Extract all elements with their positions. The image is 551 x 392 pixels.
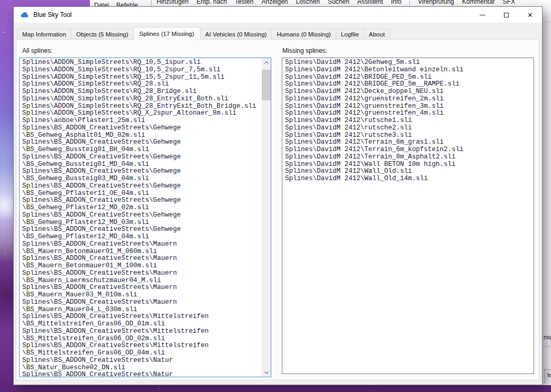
missing-spline-path-line[interactable]: Splines\DavidM 2412\Decke_doppel_NEU.sli: [285, 88, 531, 96]
tab[interactable]: Objects (5 Missing): [71, 29, 133, 40]
background-toolbar-button[interactable]: Anzeigen: [261, 0, 288, 5]
spline-path-line[interactable]: Splines\BS_ADDON_CreativeStreets\Mauern: [22, 241, 261, 248]
spline-path-line[interactable]: Splines\BS_ADDON_CreativeStreets\Mauern: [22, 270, 261, 277]
spline-path-line[interactable]: \BS_Mittelstreifen_Gras06_OD_01m.sli: [22, 321, 261, 328]
window-title: Blue Sky Tool: [33, 11, 72, 18]
spline-path-line[interactable]: Splines\ADDON_SimpleStreets\RQ_28_Bridge…: [22, 88, 261, 96]
spline-path-line[interactable]: Splines\anboe\Pflaster1_25m.sli: [22, 117, 261, 125]
spline-path-line[interactable]: Splines\ADDON_SimpleStreets\RQ_28_EntryE…: [22, 96, 261, 103]
spline-path-line[interactable]: Splines\BS_ADDON_CreativeStreets\Mauern: [22, 255, 261, 263]
spline-path-line[interactable]: Splines\ADDON_SimpleStreets\RQ_28_EntryE…: [22, 103, 261, 110]
background-toolbar-button[interactable]: Hinzufügen: [157, 0, 189, 5]
minimize-button[interactable]: [471, 7, 494, 23]
spline-path-line[interactable]: Splines\BS_ADDON_CreativeStreets\Gehwege: [22, 139, 261, 146]
spline-path-line[interactable]: Splines\ADDON_SimpleStreets\RQ_10,5_1spu…: [22, 59, 261, 67]
background-toolbar-button[interactable]: SFX: [503, 0, 515, 5]
spline-path-line[interactable]: Splines\BS_ADDON_CreativeStreets\Gehwege: [22, 197, 261, 204]
background-toolbar-button[interactable]: Testen: [235, 0, 253, 5]
spline-path-line[interactable]: Splines\ADDON_SimpleStreets\RQ_X_2spur_A…: [22, 110, 261, 117]
spline-path-line[interactable]: \BS_Gehweg_Bussteig01_BH_04m.sli: [22, 146, 261, 154]
spline-path-line[interactable]: Splines\BS_ADDON_CreativeStreets\Gehwege: [22, 154, 261, 161]
spline-path-line[interactable]: \BS_Gehweg_Asphalt01_MD_02m.sli: [22, 132, 261, 139]
spline-path-line[interactable]: Splines\BS_ADDON_CreativeStreets\Gehwege: [22, 226, 261, 234]
star: [3, 32, 4, 33]
background-divider: [543, 22, 551, 23]
tab[interactable]: AI Vehicles (0 Missing): [200, 29, 272, 40]
background-toolbar-button[interactable]: Suchen: [328, 0, 350, 5]
spline-path-line[interactable]: \BS_Gehweg_Pflaster12_MD_03m.sli: [22, 219, 261, 227]
spline-path-line[interactable]: Splines\BS_ADDON_CreativeStreets\Mauern: [22, 299, 261, 306]
spline-path-line[interactable]: Splines\BS_ADDON_CreativeStreets\Mittels…: [22, 328, 261, 335]
spline-path-line[interactable]: \BS_Gehweg_Pflaster11_OE_04m.sli: [22, 190, 261, 198]
tab[interactable]: About: [364, 29, 390, 40]
scrollbar-thumb[interactable]: [262, 70, 271, 100]
background-toolbar-button[interactable]: Entp. nach: [197, 0, 227, 5]
tab[interactable]: Splines (17 Missing): [133, 27, 201, 40]
background-toolbar-button[interactable]: Info: [391, 0, 401, 5]
background-toolbar-button[interactable]: Kommentar: [462, 0, 495, 5]
spline-path-line[interactable]: \BS_Mauern_Betonmauer01_M_100m.sli: [22, 263, 261, 270]
missing-spline-path-line[interactable]: Splines\DavidM 2412\Terrain_6m_gras1.sli: [285, 139, 531, 146]
missing-spline-path-line[interactable]: Splines\DavidM 2412\2Gehweg_5m.sli: [285, 59, 531, 67]
spline-path-line[interactable]: Splines\BS_ADDON_CreativeStreets\Natur: [22, 357, 261, 365]
vertical-scrollbar[interactable]: [262, 58, 271, 377]
missing-spline-path-line[interactable]: Splines\DavidM 2412\rutsche3.sli: [285, 132, 531, 139]
star: [370, 390, 371, 391]
background-toolbar-button[interactable]: Assistent: [357, 0, 383, 5]
spline-path-line[interactable]: \BS_Natur_Buesche02_DN.sli: [22, 365, 261, 372]
missing-spline-path-line[interactable]: Splines\DavidM 2412\rutsche2.sli: [285, 125, 531, 132]
missing-spline-path-line[interactable]: Splines\DavidM 2412\rutsche1.sli: [285, 117, 531, 125]
maximize-button[interactable]: [494, 7, 518, 23]
splines-tab-page: All splines: Missing splines: Splines\AD…: [16, 39, 539, 380]
missing-spline-path-line[interactable]: Splines\DavidM 2412\Terrain_8m_Asphalt2.…: [285, 154, 531, 161]
spline-path-line[interactable]: Splines\BS_ADDON_CreativeStreets\Mittels…: [22, 313, 261, 321]
spline-path-line[interactable]: Splines\BS_ADDON_CreativeStreets\Mauern: [22, 284, 261, 292]
star: [5, 254, 6, 255]
tab[interactable]: Map Information: [17, 29, 71, 40]
tab[interactable]: Humans (0 Missing): [272, 29, 336, 40]
spline-path-line[interactable]: Splines\BS_ADDON_CreativeStreets\Gehwege: [22, 125, 261, 132]
spline-path-line[interactable]: Splines\BS_ADDON_CreativeStreets\Natur: [22, 371, 261, 377]
missing-spline-path-line[interactable]: Splines\DavidM 2412\gruenstreifen_4m.sli: [285, 110, 531, 117]
missing-spline-path-line[interactable]: Splines\DavidM 2412\gruenstreifen_2m.sli: [285, 96, 531, 103]
spline-path-line[interactable]: \BS_Gehweg_Bussteig03_MD_04m.sli: [22, 175, 261, 183]
missing-splines-listbox: Splines\DavidM 2412\2Gehweg_5m.sliSpline…: [282, 58, 534, 374]
spline-path-line[interactable]: Splines\BS_ADDON_CreativeStreets\Mittels…: [22, 342, 261, 350]
scroll-down-button[interactable]: [262, 368, 271, 377]
missing-spline-path-line[interactable]: Splines\DavidM 2412\Wall_Old_14m.sli: [285, 175, 531, 183]
spline-path-line[interactable]: Splines\BS_ADDON_CreativeStreets\Gehwege: [22, 183, 261, 190]
missing-spline-path-line[interactable]: Splines\DavidM 2412\Wall_Old.sli: [285, 168, 531, 175]
missing-spline-path-line[interactable]: Splines\DavidM 2412\gruenstreifen_3m.sli: [285, 103, 531, 110]
close-button[interactable]: ✕: [518, 7, 542, 23]
missing-spline-path-line[interactable]: Splines\DavidM 2412\BRIDGE_PED_5m__RAMPE…: [285, 81, 531, 88]
spline-path-line[interactable]: Splines\BS_ADDON_CreativeStreets\Gehwege: [22, 212, 261, 219]
missing-spline-path-line[interactable]: Splines\DavidM 2412\Terrain_6m_kopfstein…: [285, 146, 531, 154]
scroll-up-button[interactable]: [262, 58, 271, 67]
spline-path-line[interactable]: Splines\ADDON_SimpleStreets\RQ_15,5_2spu…: [22, 74, 261, 81]
tab[interactable]: Logfile: [336, 29, 364, 40]
spline-path-line[interactable]: Splines\BS_ADDON_CreativeStreets\Gehwege: [22, 168, 261, 175]
spline-path-line[interactable]: \BS_Gehweg_Bussteig01_MD_04m.sli: [22, 161, 261, 169]
missing-spline-path-line[interactable]: Splines\DavidM 2412\Wall BETON 10m high.…: [285, 161, 531, 169]
chevron-down-icon: [264, 369, 268, 374]
spline-path-line[interactable]: Splines\ADDON_SimpleStreets\RQ_28.sli: [22, 81, 261, 88]
blue-sky-tool-window: Blue Sky Tool ✕ Map InformationObjects (…: [13, 6, 543, 385]
titlebar[interactable]: Blue Sky Tool ✕: [14, 7, 542, 23]
spline-path-line[interactable]: \BS_Gehweg_Pflaster12_MD_04m.sli: [22, 234, 261, 241]
spline-path-line[interactable]: \BS_Mauern_Laermschutzmauer04_M.sli: [22, 277, 261, 285]
spline-path-line[interactable]: Splines\ADDON_SimpleStreets\RQ_10,5_2spu…: [22, 67, 261, 74]
spline-path-line[interactable]: \BS_Mittelstreifen_Gras06_OD_04m.sli: [22, 350, 261, 357]
background-toolbar-button[interactable]: Virenprüfung: [418, 0, 454, 5]
background-text-fragment: nsg: [544, 334, 551, 340]
spline-path-line[interactable]: \BS_Mauern_Betonmauer01_M_060m.sli: [22, 248, 261, 256]
spline-path-line[interactable]: \BS_Mauern_Mauer04_L_030m.sli: [22, 306, 261, 314]
maximize-icon: [504, 13, 509, 17]
spline-path-line[interactable]: \BS_Mittelstreifen_Gras06_OD_02m.sli: [22, 335, 261, 343]
missing-spline-path-line[interactable]: Splines\DavidM 2412\BRIDGE_PED_5m.sli: [285, 74, 531, 81]
missing-spline-path-line[interactable]: Splines\DavidM 2412\Betonleitwand einzel…: [285, 67, 531, 74]
background-toolbar-button[interactable]: Löschen: [296, 0, 320, 5]
spline-path-line[interactable]: \BS_Mauern_Mauer03_M_010m.sli: [22, 292, 261, 299]
all-splines-lines: Splines\ADDON_SimpleStreets\RQ_10,5_1spu…: [22, 59, 261, 377]
spline-path-line[interactable]: \BS_Gehweg_Pflaster12_MD_02m.sli: [22, 204, 261, 212]
background-statusbar-fragment: In: [544, 369, 551, 384]
